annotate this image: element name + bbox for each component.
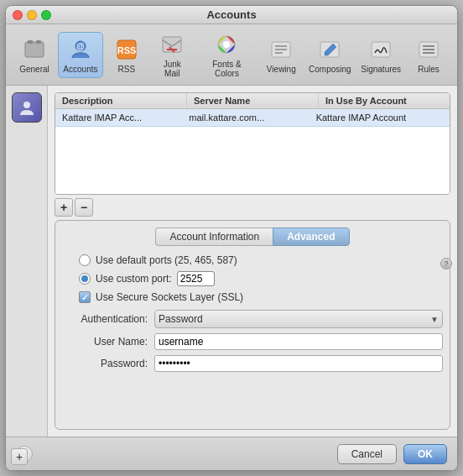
signatures-icon (367, 36, 394, 63)
custom-port-row: Use custom port: (62, 271, 443, 286)
traffic-lights (13, 10, 51, 20)
general-icon (21, 36, 48, 63)
account-inuse: Kattare IMAP Account (316, 112, 443, 123)
authentication-select[interactable]: Password ▼ (154, 310, 443, 328)
toolbar-item-general[interactable]: General (13, 33, 56, 77)
authentication-label: Authentication: (62, 313, 154, 325)
account-server: mail.kattare.com... (189, 112, 315, 123)
default-ports-label: Use default ports (25, 465, 587) (96, 254, 237, 266)
rules-icon (415, 36, 442, 63)
account-row[interactable]: Kattare IMAP Acc... mail.kattare.com... … (55, 109, 450, 127)
svg-rect-17 (372, 42, 390, 57)
remove-account-button[interactable]: − (75, 198, 93, 217)
tabs-row: Account Information Advanced (62, 228, 443, 246)
custom-port-input[interactable] (177, 271, 215, 286)
right-panel: Description Server Name In Use By Accoun… (48, 86, 457, 437)
svg-text:RSS: RSS (117, 45, 137, 55)
svg-point-11 (223, 41, 230, 48)
custom-port-radio[interactable] (79, 273, 91, 285)
main-content: Description Server Name In Use By Accoun… (6, 86, 457, 437)
fontscolors-label: Fonts & Colors (203, 60, 252, 78)
sidebar (6, 86, 48, 437)
bottom-bar: ? Cancel OK (6, 437, 457, 470)
password-label: Password: (62, 358, 154, 369)
close-button[interactable] (13, 10, 23, 20)
svg-point-22 (23, 102, 30, 108)
svg-rect-0 (25, 42, 44, 57)
rss-icon: RSS (113, 36, 140, 63)
toolbar-item-signatures[interactable]: Signatures (356, 33, 405, 77)
account-description: Kattare IMAP Acc... (62, 112, 189, 123)
accounts-icon: @ (67, 36, 94, 63)
cancel-button[interactable]: Cancel (337, 444, 397, 464)
window-title: Accounts (206, 8, 256, 21)
minimize-button[interactable] (27, 10, 37, 20)
tab-advanced[interactable]: Advanced (273, 228, 349, 246)
general-label: General (19, 65, 49, 74)
username-label: User Name: (62, 336, 154, 348)
ok-button[interactable]: OK (403, 444, 447, 464)
account-empty-area (55, 127, 450, 194)
authentication-row: Authentication: Password ▼ (62, 310, 443, 328)
junkmail-icon (159, 31, 185, 58)
add-account-button[interactable]: + (55, 198, 73, 217)
custom-port-label: Use custom port: (96, 273, 172, 285)
col-description: Description (55, 93, 187, 108)
add-tab-button[interactable]: + (11, 448, 28, 465)
accounts-label: Accounts (63, 65, 97, 74)
fontscolors-icon (213, 31, 240, 58)
username-input[interactable] (154, 333, 443, 350)
toolbar-item-junkmail[interactable]: Junk Mail (150, 28, 195, 81)
composing-label: Composing (309, 65, 351, 74)
bottom-buttons: Cancel OK (337, 444, 447, 464)
account-list-header: Description Server Name In Use By Accoun… (55, 93, 450, 109)
account-list: Description Server Name In Use By Accoun… (55, 92, 450, 195)
viewing-label: Viewing (267, 65, 296, 74)
viewing-icon (268, 36, 294, 63)
default-ports-radio[interactable] (79, 254, 91, 266)
toolbar-item-accounts[interactable]: @ Accounts (58, 32, 103, 78)
checkbox-check-icon: ✓ (81, 293, 88, 302)
maximize-button[interactable] (41, 10, 51, 20)
toolbar-item-rules[interactable]: Rules (407, 33, 450, 77)
composing-icon (316, 36, 343, 63)
authentication-arrow-icon: ▼ (430, 315, 439, 324)
authentication-value: Password (159, 313, 203, 325)
password-input[interactable] (154, 355, 443, 372)
password-row: Password: (62, 355, 443, 372)
toolbar-item-fontscolors[interactable]: Fonts & Colors (196, 28, 258, 81)
toolbar-item-composing[interactable]: Composing (304, 33, 355, 77)
svg-rect-1 (28, 40, 33, 44)
svg-rect-2 (36, 40, 41, 44)
rules-label: Rules (418, 65, 440, 74)
ssl-checkbox[interactable]: ✓ (79, 291, 91, 303)
signatures-label: Signatures (361, 65, 401, 74)
ssl-row: ✓ Use Secure Sockets Layer (SSL) (62, 291, 443, 303)
toolbar-item-rss[interactable]: RSS RSS (105, 33, 148, 77)
col-server: Server Name (187, 93, 319, 108)
scroll-indicator: ? (440, 258, 452, 269)
tab-account-info[interactable]: Account Information (155, 228, 273, 246)
junkmail-label: Junk Mail (157, 60, 188, 78)
sidebar-account-icon[interactable] (12, 92, 42, 123)
toolbar: General @ Accounts RSS RSS (6, 24, 457, 86)
ssl-label: Use Secure Sockets Layer (SSL) (96, 291, 243, 303)
default-ports-row: Use default ports (25, 465, 587) (62, 254, 443, 266)
username-row: User Name: (62, 333, 443, 350)
svg-text:@: @ (76, 42, 85, 51)
rss-label: RSS (118, 65, 136, 74)
col-inuse: In Use By Account (319, 93, 450, 108)
detail-panel: Account Information Advanced Use default… (55, 220, 450, 430)
list-buttons: + − (48, 195, 457, 220)
titlebar: Accounts (6, 6, 457, 24)
toolbar-item-viewing[interactable]: Viewing (259, 33, 303, 77)
